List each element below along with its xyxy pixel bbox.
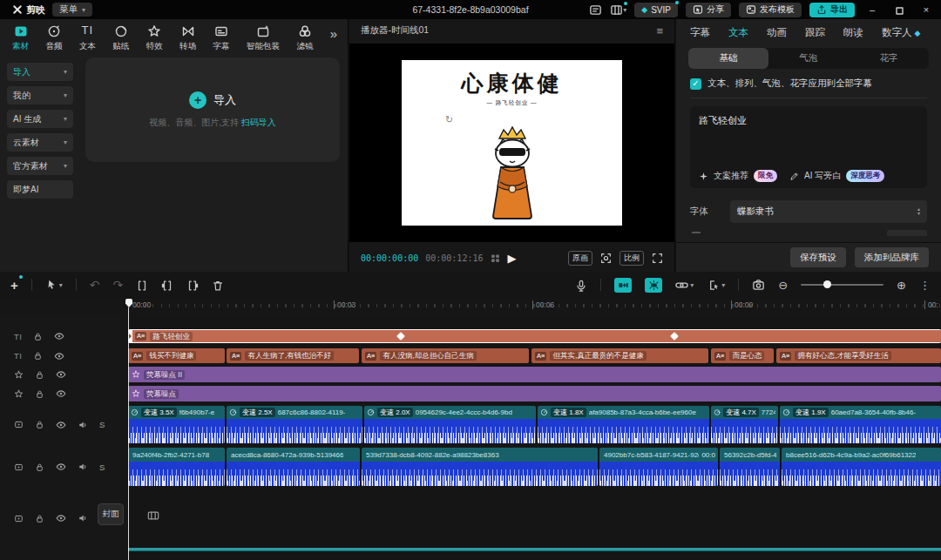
video-clip[interactable]: 4902bb7c-b583-4187-9421-92d2a16a2a2300:0 bbox=[599, 448, 718, 486]
tab-digital-human[interactable]: 数字人 ◆ bbox=[882, 26, 920, 39]
category-ai-generate[interactable]: AI 生成 ▾ bbox=[7, 110, 73, 128]
effect-clip[interactable]: 荧幕噪点 II bbox=[128, 367, 941, 382]
eye-icon[interactable] bbox=[54, 351, 64, 361]
font-select[interactable]: 蝶影隶书 ▴ ▾ bbox=[730, 200, 927, 223]
category-mine[interactable]: 我的 ▾ bbox=[7, 86, 73, 105]
main-track-magnet-toggle[interactable] bbox=[614, 278, 632, 293]
ribbon-item-sticker[interactable]: 贴纸 bbox=[112, 24, 129, 52]
video-clip[interactable]: 9a240f4b-2fb2-4271-b78 bbox=[128, 448, 225, 486]
video-clip[interactable]: 变速 4.7X7724 bbox=[711, 406, 778, 443]
video-clip[interactable]: acecd8ca-8680-472a-939b-5139466 bbox=[227, 448, 360, 486]
preview-follow-button[interactable]: ▾ bbox=[707, 279, 725, 292]
svip-button[interactable]: ◆ SVIP bbox=[634, 3, 678, 17]
category-import[interactable]: 导入 ▾ bbox=[7, 63, 73, 81]
eye-icon[interactable] bbox=[56, 513, 66, 523]
select-tool-button[interactable]: ▾ bbox=[45, 279, 63, 291]
preview-frame-button[interactable] bbox=[752, 277, 765, 293]
minimize-button[interactable]: – bbox=[863, 4, 882, 15]
eye-icon[interactable] bbox=[56, 388, 66, 399]
export-button[interactable]: 导出 bbox=[809, 3, 855, 17]
zoom-slider-knob[interactable] bbox=[823, 280, 831, 288]
ribbon-item-smart-pack[interactable]: 智能包装 bbox=[247, 24, 280, 52]
subtitle-clip[interactable]: A≡而是心态 bbox=[711, 348, 774, 363]
add-to-brand-button[interactable]: 添加到品牌库 bbox=[855, 247, 929, 267]
category-jimeng-ai[interactable]: 即梦AI bbox=[7, 180, 73, 199]
solo-toggle[interactable]: S bbox=[99, 420, 105, 429]
apply-all-checkbox[interactable]: ✓ bbox=[690, 78, 701, 90]
zoom-in-button[interactable]: ⊕ bbox=[897, 279, 906, 292]
video-clip[interactable]: 539d7338-dcb8-4092-882e-a98823be8363 bbox=[362, 448, 598, 486]
collapsed-audio-track[interactable] bbox=[128, 548, 941, 551]
subtitle-clip[interactable]: A≡拥有好心态,才能享受好生活 bbox=[776, 348, 941, 363]
video-clip[interactable]: b8cee516-d62b-4c9a-b9a2-ac0f69b61322 bbox=[782, 448, 941, 486]
link-clips-button[interactable]: ▾ bbox=[675, 279, 694, 292]
subtitle-clip[interactable]: A≡但其实,真正最贵的不是健康 bbox=[531, 348, 708, 363]
close-button[interactable]: × bbox=[917, 4, 936, 15]
subtab-fancy-text[interactable]: 花字 bbox=[849, 48, 929, 69]
font-spinner[interactable]: ▴ ▾ bbox=[917, 207, 920, 216]
solo-toggle[interactable]: S bbox=[99, 462, 105, 472]
more-tools-button[interactable]: » bbox=[330, 26, 337, 50]
timeline-ruler[interactable]: 00:00 00:03 00:06 00:09 00: bbox=[0, 298, 941, 314]
ribbon-item-captions[interactable]: 字幕 bbox=[213, 24, 229, 52]
auto-snap-toggle[interactable] bbox=[645, 278, 662, 293]
text-content-input[interactable]: 路飞轻创业 文案推荐 限免 AI 写旁白 深度思考 bbox=[690, 106, 927, 188]
publish-template-button[interactable]: 发布模板 bbox=[739, 3, 802, 17]
workspace-layout-button[interactable]: ▾ bbox=[610, 3, 626, 17]
zoom-out-button[interactable]: ⊖ bbox=[778, 279, 788, 292]
lock-icon[interactable] bbox=[33, 332, 43, 341]
category-official[interactable]: 官方素材 ▾ bbox=[7, 157, 73, 175]
timeline-more-button[interactable]: ⋮ bbox=[919, 279, 931, 292]
cover-button[interactable]: 封面 bbox=[98, 503, 124, 525]
import-dropzone[interactable]: + 导入 视频、音频、图片,支持 扫码导入 bbox=[85, 57, 340, 162]
ribbon-item-text[interactable]: TI 文本 bbox=[79, 24, 96, 52]
scan-import-link[interactable]: 扫码导入 bbox=[241, 118, 276, 127]
eye-icon[interactable] bbox=[56, 369, 66, 380]
video-clip[interactable]: 变速 2.0X0954629c-4ee2-4ccc-b4d6-9bd bbox=[364, 406, 536, 443]
aspect-ratio-button[interactable]: 比例 bbox=[619, 251, 644, 266]
video-clip[interactable]: 56392c2b-d5fd-47 bbox=[720, 448, 780, 486]
copy-suggest-button[interactable]: 文案推荐 bbox=[714, 170, 748, 182]
add-track-button[interactable]: + bbox=[10, 278, 18, 293]
frame-grid-icon[interactable] bbox=[490, 250, 501, 266]
lock-icon[interactable] bbox=[35, 514, 44, 523]
delete-button[interactable] bbox=[212, 277, 224, 293]
tab-tracking[interactable]: 跟踪 bbox=[805, 26, 825, 39]
play-button[interactable]: ▶ bbox=[508, 252, 517, 265]
redo-button[interactable]: ↷ bbox=[113, 278, 124, 292]
subtitle-clip[interactable]: A≡有人生病了,有钱也治不好 bbox=[227, 348, 359, 363]
tab-animation[interactable]: 动画 bbox=[767, 26, 787, 39]
preview-zoom-button[interactable] bbox=[600, 250, 612, 266]
lock-icon[interactable] bbox=[35, 420, 44, 429]
subtab-basic[interactable]: 基础 bbox=[688, 48, 768, 69]
ribbon-item-transition[interactable]: 转场 bbox=[179, 24, 196, 52]
ribbon-item-filter[interactable]: 滤镜 bbox=[296, 24, 313, 52]
ribbon-item-audio[interactable]: 音频 bbox=[45, 24, 62, 52]
subtitle-clip[interactable]: A≡钱买不到健康 bbox=[128, 348, 225, 363]
eye-icon[interactable] bbox=[56, 462, 66, 472]
split-button[interactable] bbox=[136, 277, 148, 293]
effect-clip[interactable]: 荧幕噪点 bbox=[128, 386, 941, 401]
lock-icon[interactable] bbox=[35, 389, 44, 399]
lock-icon[interactable] bbox=[35, 370, 44, 380]
tab-text[interactable]: 文本 bbox=[728, 26, 748, 39]
tab-captions[interactable]: 字幕 bbox=[690, 26, 710, 39]
ribbon-item-media[interactable]: 素材 bbox=[12, 24, 29, 52]
tab-read-aloud[interactable]: 朗读 bbox=[843, 26, 863, 39]
undo-button[interactable]: ↶ bbox=[90, 278, 100, 292]
category-cloud[interactable]: 云素材 ▾ bbox=[7, 133, 73, 152]
save-preset-button[interactable]: 保存预设 bbox=[790, 247, 846, 267]
ribbon-item-effects[interactable]: 特效 bbox=[146, 24, 163, 52]
timeline-zoom-slider[interactable] bbox=[801, 284, 883, 286]
record-voiceover-button[interactable] bbox=[575, 277, 587, 293]
video-clip[interactable]: 变速 1.9X60aed7a8-3654-40fb-8b46- bbox=[780, 406, 941, 443]
lock-icon[interactable] bbox=[35, 462, 44, 472]
original-quality-button[interactable]: 原画 bbox=[568, 251, 592, 266]
subtitle-clip[interactable]: A≡有人没病,却总担心自己生病 bbox=[362, 348, 529, 363]
ai-voiceover-button[interactable]: AI 写旁白 bbox=[804, 170, 841, 182]
fullscreen-button[interactable] bbox=[652, 250, 663, 266]
trim-left-button[interactable] bbox=[161, 277, 173, 293]
changelog-button[interactable] bbox=[589, 3, 602, 17]
speaker-icon[interactable] bbox=[78, 462, 88, 472]
player-menu-button[interactable]: ≡ bbox=[656, 24, 663, 37]
